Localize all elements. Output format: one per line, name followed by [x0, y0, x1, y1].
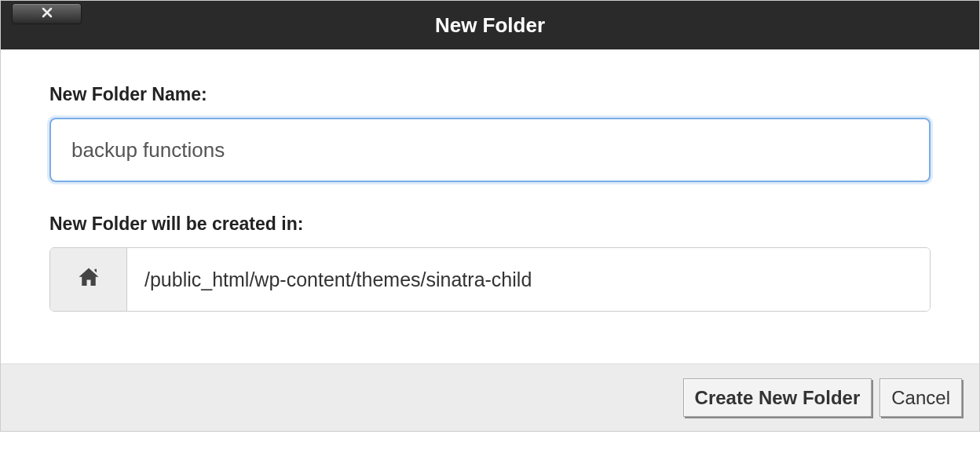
- folder-name-group: New Folder Name:: [49, 84, 931, 182]
- dialog-footer: Create New Folder Cancel: [1, 363, 979, 431]
- home-icon: [77, 266, 101, 293]
- home-addon: [50, 248, 127, 311]
- folder-path-input[interactable]: [127, 248, 930, 311]
- folder-name-label: New Folder Name:: [49, 84, 931, 105]
- folder-name-input[interactable]: [49, 118, 931, 182]
- close-icon: [41, 6, 53, 22]
- dialog-title: New Folder: [435, 13, 545, 38]
- path-input-container: [49, 247, 931, 312]
- dialog-titlebar: New Folder: [1, 1, 979, 49]
- create-folder-button[interactable]: Create New Folder: [683, 378, 872, 417]
- dialog-body: New Folder Name: New Folder will be crea…: [1, 49, 979, 363]
- cancel-button[interactable]: Cancel: [879, 378, 962, 417]
- folder-path-group: New Folder will be created in:: [49, 214, 931, 312]
- folder-path-label: New Folder will be created in:: [49, 214, 931, 235]
- close-button[interactable]: [12, 3, 82, 24]
- new-folder-dialog: New Folder New Folder Name: New Folder w…: [0, 0, 980, 432]
